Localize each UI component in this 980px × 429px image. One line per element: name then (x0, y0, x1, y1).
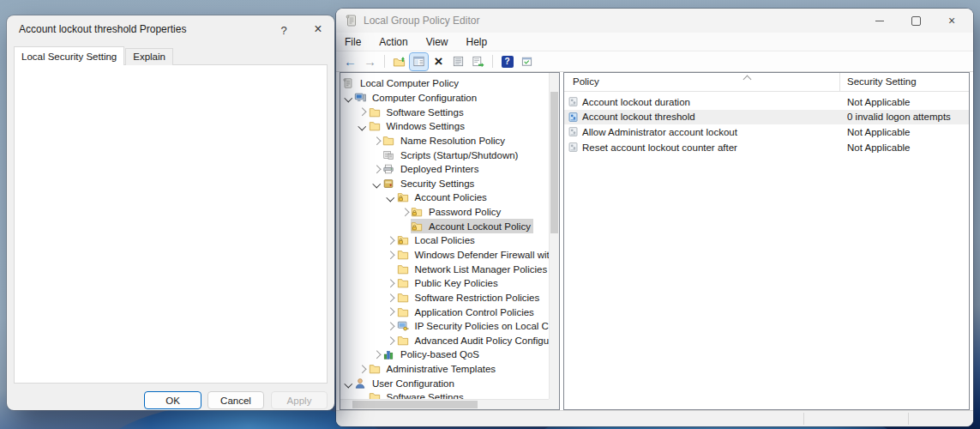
tree-item-label: Software Settings (384, 107, 466, 118)
tree-item-windows-defender-firewall-with-advanced-security[interactable]: Windows Defender Firewall with Advanced … (340, 248, 549, 263)
chevron-down-icon[interactable] (370, 176, 382, 190)
user-icon (354, 378, 370, 390)
tree-item-label: Name Resolution Policy (398, 136, 508, 146)
tree-item-deployed-printers[interactable]: Deployed Printers (340, 162, 549, 177)
chevron-down-icon[interactable] (342, 91, 354, 106)
help-icon[interactable]: ? (498, 53, 516, 70)
chevron-right-icon[interactable] (385, 291, 397, 305)
tree-item-software-restriction-policies[interactable]: Software Restriction Policies (340, 291, 549, 305)
tree-vertical-scrollbar[interactable] (549, 73, 559, 399)
chevron-right-icon[interactable] (385, 305, 397, 319)
tree-item-network-list-manager-policies[interactable]: Network List Manager Policies (340, 262, 549, 276)
tab-local-security-setting[interactable]: Local Security Setting (14, 46, 124, 65)
folder-icon (397, 277, 412, 289)
up-one-level-icon[interactable] (390, 53, 408, 70)
chevron-right-icon[interactable] (385, 233, 397, 248)
tree-item-windows-settings[interactable]: Windows Settings (340, 119, 549, 134)
policy-row-account-lockout-threshold[interactable]: Account lockout threshold0 invalid logon… (564, 110, 969, 125)
folder-lock-icon (397, 191, 412, 203)
folder-icon (397, 292, 412, 304)
tree-item-scripts-startup-shutdown[interactable]: Scripts (Startup/Shutdown) (340, 148, 549, 162)
chevron-right-icon[interactable] (370, 134, 382, 148)
chevron-right-icon[interactable] (385, 276, 397, 291)
tree-item-security-settings[interactable]: Security Settings (340, 176, 549, 190)
chevron-down-icon[interactable] (357, 119, 369, 134)
menu-action[interactable]: Action (379, 36, 407, 48)
tree-item-public-key-policies[interactable]: Public Key Policies (340, 276, 549, 291)
policy-row-allow-administrator-account-lockout[interactable]: Allow Administrator account lockoutNot A… (564, 124, 969, 140)
chevron-right-icon[interactable] (357, 362, 369, 377)
tree-item-policy-based-qos[interactable]: Policy-based QoS (340, 347, 549, 362)
scrollbar-thumb[interactable] (352, 401, 478, 408)
cancel-button[interactable]: Cancel (207, 391, 264, 409)
tree-item-software-settings[interactable]: Software Settings (340, 105, 549, 119)
tree-item-label: Software Restriction Policies (412, 293, 543, 303)
menu-help[interactable]: Help (466, 36, 488, 48)
chevron-right-icon[interactable] (399, 205, 411, 220)
tree-item-software-settings[interactable]: Software Settings (340, 390, 549, 399)
dialog-close-button[interactable]: × (307, 20, 329, 39)
close-button[interactable]: × (934, 9, 970, 33)
back-icon[interactable]: ← (341, 53, 359, 70)
window-titlebar[interactable]: Local Group Policy Editor × (336, 9, 973, 33)
maximize-button[interactable] (898, 9, 934, 33)
scrollbar-thumb[interactable] (550, 92, 558, 233)
tree-item-ip-security-policies-on-local-computer[interactable]: IP Security Policies on Local Computer (340, 319, 549, 334)
chevron-right-icon[interactable] (385, 248, 397, 263)
tab-explain[interactable]: Explain (125, 48, 173, 65)
tree-item-name-resolution-policy[interactable]: Name Resolution Policy (340, 134, 549, 148)
menu-view[interactable]: View (426, 36, 448, 48)
chevron-right-icon[interactable] (385, 319, 397, 334)
forward-icon[interactable]: → (361, 53, 379, 70)
policy-row-reset-account-lockout-counter-after[interactable]: Reset account lockout counter afterNot A… (564, 140, 969, 155)
policy-row-account-lockout-duration[interactable]: Account lockout durationNot Applicable (564, 94, 969, 110)
dialog-tabs: Local Security SettingExplain (14, 46, 174, 65)
tree-item-local-computer-policy[interactable]: Local Computer Policy (340, 76, 549, 91)
group-policy-editor-window: Local Group Policy Editor × FileActionVi… (336, 9, 973, 426)
properties-icon[interactable] (449, 53, 467, 70)
tree-item-label: Public Key Policies (412, 278, 501, 288)
tree-item-user-configuration[interactable]: User Configuration (340, 376, 549, 390)
show-console-tree-icon[interactable] (410, 53, 428, 70)
tree-item-label: Windows Settings (384, 121, 467, 131)
delete-icon[interactable]: × (430, 53, 448, 70)
minimize-button[interactable] (862, 9, 898, 33)
tree-item-advanced-audit-policy-configuration[interactable]: Advanced Audit Policy Configuration (340, 334, 549, 348)
ok-button[interactable]: OK (144, 391, 201, 409)
column-header-policy[interactable]: Policy (573, 76, 599, 87)
printer-icon (382, 163, 398, 175)
tree-item-core: Software Restriction Policies (397, 291, 543, 305)
chevron-right-icon[interactable] (370, 347, 382, 362)
tree-item-core: Scripts (Startup/Shutdown) (382, 148, 520, 162)
policy-list: Account lockout durationNot ApplicableAc… (564, 94, 969, 154)
tree-horizontal-scrollbar[interactable] (340, 399, 549, 409)
tree-item-core: Network List Manager Policies (397, 262, 550, 276)
show-window-icon[interactable] (518, 53, 536, 70)
chart-icon (382, 348, 398, 360)
chevron-down-icon[interactable] (385, 190, 397, 205)
toolbar-separator (492, 55, 493, 68)
tree-item-label: Deployed Printers (398, 164, 481, 174)
tree-item-password-policy[interactable]: Password Policy (340, 205, 549, 220)
tree-item-administrative-templates[interactable]: Administrative Templates (340, 362, 549, 377)
tree-item-account-lockout-policy[interactable]: Account Lockout Policy (340, 219, 549, 233)
tree-item-application-control-policies[interactable]: Application Control Policies (340, 305, 549, 319)
chevron-right-icon[interactable] (370, 162, 382, 177)
menu-file[interactable]: File (345, 36, 361, 48)
statusbar-divider (803, 413, 804, 425)
tree-item-computer-configuration[interactable]: Computer Configuration (340, 91, 549, 106)
chevron-right-icon[interactable] (357, 105, 369, 119)
tree-item-label: Software Settings (384, 392, 466, 399)
export-list-icon[interactable] (469, 53, 487, 70)
apply-button[interactable]: Apply (271, 391, 328, 409)
tree-item-local-policies[interactable]: Local Policies (340, 233, 549, 248)
folder-icon (397, 335, 412, 347)
column-divider[interactable] (839, 73, 840, 91)
tree-item-label: User Configuration (370, 378, 457, 389)
chevron-right-icon[interactable] (385, 334, 397, 348)
chevron-down-icon[interactable] (342, 376, 354, 390)
dialog-help-button[interactable]: ? (274, 21, 293, 39)
column-header-security-setting[interactable]: Security Setting (847, 76, 917, 87)
tree-item-account-policies[interactable]: Account Policies (340, 190, 549, 205)
tree-item-label: IP Security Policies on Local Computer (412, 321, 550, 331)
